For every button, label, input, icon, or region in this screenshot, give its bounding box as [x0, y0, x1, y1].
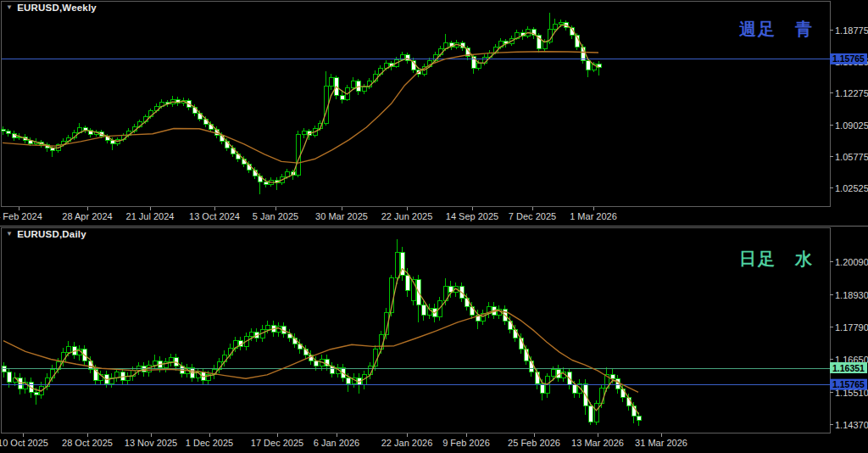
time-tick-label: 13 Mar 2026 [571, 438, 624, 448]
time-tick-label: 1 Dec 2025 [186, 438, 233, 448]
bull-candle [395, 253, 399, 278]
bull-candle [542, 42, 547, 49]
bear-candle [405, 275, 409, 290]
bull-candle [551, 369, 555, 376]
bull-candle [594, 403, 598, 422]
bull-candle [559, 23, 563, 25]
price-axis[interactable]: 1.200901.189301.177901.166501.155101.143… [830, 257, 868, 430]
bull-candle [249, 333, 253, 337]
bull-candle [228, 348, 232, 355]
bear-candle [34, 392, 38, 394]
time-tick-label: 13 Nov 2025 [125, 438, 177, 448]
time-tick-label: 25 Feb 2026 [508, 438, 560, 448]
bull-candle [553, 25, 557, 30]
time-tick-label: 5 Jan 2025 [253, 211, 298, 221]
bear-candle [586, 60, 590, 70]
time-tick-label: 1 Mar 2026 [570, 211, 617, 221]
bear-candle [626, 398, 631, 406]
price-tick-label: 1.17790 [835, 322, 868, 333]
candles-layer [2, 239, 641, 425]
bull-candle [114, 372, 119, 378]
bear-candle [264, 182, 268, 184]
chart-menu-icon[interactable]: ▼ [6, 231, 13, 238]
bull-candle [265, 325, 270, 329]
time-tick-label: 28 Apr 2024 [62, 211, 112, 221]
price-tick-label: 1.12275 [835, 88, 868, 98]
bull-candle [433, 54, 437, 60]
chart-panel-weekly: 1.187751.155251.122751.090251.057751.025… [0, 0, 868, 226]
price-level-badge-label: 1.16351 [832, 363, 865, 373]
time-tick-label: 28 Oct 2025 [62, 438, 113, 448]
bull-candle [296, 134, 300, 175]
bull-candle [153, 361, 157, 365]
bull-candle [362, 87, 366, 92]
bull-candle [302, 131, 306, 134]
bull-candle [351, 81, 355, 87]
price-tick-label: 1.09025 [835, 120, 868, 131]
bear-candle [588, 406, 593, 422]
bear-candle [346, 378, 350, 383]
bear-candle [581, 47, 585, 60]
bull-candle [329, 78, 333, 86]
bear-candle [253, 171, 257, 176]
bear-candle [524, 350, 528, 361]
daily-chart-canvas[interactable]: 1.200901.189301.177901.166501.155101.143… [0, 226, 868, 453]
bull-candle [476, 64, 481, 69]
bear-candle [1, 129, 5, 131]
bear-candle [50, 148, 54, 150]
weekly-chart-title-bar: ▼ EURUSD,Weekly [6, 3, 97, 13]
candles-layer [1, 13, 601, 194]
price-level-badge-label: 1.15765 [832, 379, 865, 389]
bear-candle [572, 385, 576, 394]
price-tick-label: 1.18930 [835, 290, 868, 300]
price-tick-label: 1.02525 [835, 183, 868, 193]
plot-frame [2, 2, 831, 207]
price-tick-label: 1.20090 [835, 257, 868, 267]
bear-candle [6, 131, 10, 134]
plot-frame [2, 228, 831, 433]
bear-candle [421, 305, 426, 316]
weekly-symbol-label: EURUSD,Weekly [17, 3, 97, 13]
time-tick-label: 13 Oct 2024 [189, 211, 240, 221]
time-tick-label: 30 Mar 2025 [315, 211, 368, 221]
time-tick-label: 22 Jun 2025 [381, 211, 433, 221]
bear-candle [637, 417, 641, 421]
price-axis[interactable]: 1.187751.155251.122751.090251.057751.025… [830, 25, 868, 193]
price-tick-label: 1.14370 [835, 420, 868, 430]
time-axis[interactable]: 4 Feb 202428 Apr 202421 Jul 202413 Oct 2… [0, 207, 617, 222]
bear-candle [7, 372, 11, 383]
bear-candle [2, 366, 6, 372]
price-tick-label: 1.18775 [835, 25, 868, 36]
time-tick-label: 6 Jan 2026 [314, 438, 359, 448]
time-tick-label: 17 Dec 2025 [251, 438, 303, 448]
bear-candle [513, 329, 517, 338]
time-tick-label: 9 Feb 2026 [442, 438, 490, 448]
weekly-chart-canvas[interactable]: 1.187751.155251.122751.090251.057751.025… [0, 0, 868, 226]
bull-candle [169, 358, 173, 362]
chart-panel-daily: 1.200901.189301.177901.166501.155101.143… [0, 226, 868, 453]
time-axis[interactable]: 10 Oct 202528 Oct 202513 Nov 20251 Dec 2… [0, 433, 687, 449]
terminal-window: 1.187751.155251.122751.090251.057751.025… [0, 0, 868, 453]
daily-annotation-text: 日足 水 [739, 248, 814, 271]
bear-candle [340, 96, 344, 100]
price-tick-label: 1.05775 [835, 152, 868, 162]
time-tick-label: 4 Feb 2024 [0, 211, 42, 221]
time-tick-label: 7 Dec 2025 [509, 211, 556, 221]
chart-menu-icon[interactable]: ▼ [6, 4, 13, 11]
bull-candle [379, 335, 383, 350]
bear-candle [535, 372, 539, 383]
time-tick-label: 21 Jul 2024 [126, 211, 175, 221]
daily-chart-title-bar: ▼ EURUSD,Daily [6, 229, 86, 239]
time-tick-label: 10 Oct 2025 [0, 438, 48, 448]
time-tick-label: 14 Sep 2025 [446, 211, 498, 221]
daily-symbol-label: EURUSD,Daily [17, 229, 86, 239]
price-level-badge-label: 1.15765 [832, 53, 865, 64]
bull-candle [66, 346, 70, 352]
ma-fast-line [14, 25, 599, 182]
bear-candle [632, 406, 636, 417]
time-tick-label: 31 Mar 2026 [635, 438, 687, 448]
time-tick-label: 22 Jan 2026 [381, 438, 433, 448]
weekly-annotation-text: 週足 青 [739, 18, 814, 41]
